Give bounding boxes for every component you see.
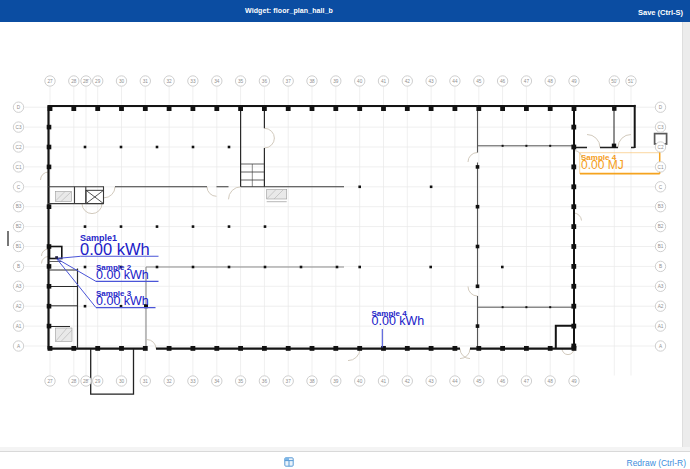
left-scroll-mark[interactable] [7,231,9,246]
annotation-sample4-mj[interactable]: Sample 4 0.00 MJ [581,154,616,162]
svg-text:36: 36 [262,379,268,384]
svg-text:48: 48 [548,79,554,84]
svg-text:B1: B1 [658,244,664,249]
svg-text:B3: B3 [658,204,664,209]
svg-text:B2: B2 [16,224,22,229]
svg-text:C1: C1 [658,165,664,170]
svg-text:C3: C3 [16,125,22,130]
svg-text:45: 45 [476,379,482,384]
annotation-sample4-kwh[interactable]: Sample 4 0.00 kWh [372,310,407,318]
svg-text:47: 47 [524,79,530,84]
svg-text:40: 40 [357,79,363,84]
svg-text:33: 33 [190,379,196,384]
svg-text:A1: A1 [658,324,664,329]
svg-text:A1: A1 [16,324,22,329]
svg-text:A2: A2 [16,304,22,309]
svg-text:42: 42 [405,79,411,84]
widget-title: Widget: floor_plan_hall_b [245,7,333,14]
svg-text:47: 47 [524,379,530,384]
svg-text:46: 46 [500,79,506,84]
svg-text:28: 28 [71,79,77,84]
svg-text:A3: A3 [658,284,664,289]
svg-text:41: 41 [381,79,387,84]
save-button[interactable]: Save (Ctrl-S) [638,8,683,17]
svg-text:34: 34 [214,379,220,384]
svg-text:49: 49 [571,379,577,384]
floor-plan-canvas[interactable]: 272828'293031323334353637383940414243444… [0,22,690,451]
annotation-sample3[interactable]: Sample 3 0.00 kWh [96,290,131,298]
svg-text:39: 39 [333,79,339,84]
svg-text:37: 37 [286,79,292,84]
annotation-sample1[interactable]: Sample1 0.00 kWh [80,234,117,243]
svg-text:48: 48 [548,379,554,384]
svg-text:C2: C2 [16,145,22,150]
svg-text:46: 46 [500,379,506,384]
svg-text:29: 29 [95,79,101,84]
svg-text:B: B [17,264,20,269]
svg-text:28': 28' [83,379,89,384]
svg-text:35: 35 [238,379,244,384]
svg-text:B: B [659,264,662,269]
svg-text:A3: A3 [16,284,22,289]
svg-text:42: 42 [405,379,411,384]
svg-text:C2: C2 [658,145,664,150]
svg-text:B2: B2 [658,224,664,229]
svg-text:50': 50' [611,79,617,84]
svg-text:31: 31 [143,79,149,84]
svg-text:32: 32 [166,379,172,384]
equipment-hatch-boxes [56,190,287,342]
svg-text:A2: A2 [658,304,664,309]
redraw-button[interactable]: Redraw (Ctrl-R) [627,458,687,468]
svg-text:31: 31 [143,379,149,384]
svg-text:37: 37 [286,379,292,384]
svg-text:27: 27 [47,79,53,84]
svg-text:43: 43 [428,379,434,384]
svg-text:32: 32 [166,79,172,84]
svg-text:49: 49 [571,79,577,84]
vertical-scrollbar[interactable] [682,22,690,451]
svg-text:B3: B3 [16,204,22,209]
svg-text:34: 34 [214,79,220,84]
svg-text:30: 30 [119,79,125,84]
svg-text:28': 28' [83,79,89,84]
svg-text:C3: C3 [658,125,664,130]
svg-text:41: 41 [381,379,387,384]
svg-text:29: 29 [95,379,101,384]
structural-columns [47,106,617,351]
svg-text:38: 38 [309,79,315,84]
svg-text:40: 40 [357,379,363,384]
svg-text:43: 43 [428,79,434,84]
svg-text:28: 28 [71,379,77,384]
footer-bar: Redraw (Ctrl-R) [0,451,690,469]
svg-text:45: 45 [476,79,482,84]
widget-title-bar: Widget: floor_plan_hall_b Save (Ctrl-S) [0,0,690,22]
svg-text:C1: C1 [16,165,22,170]
svg-text:51': 51' [628,79,634,84]
svg-text:38: 38 [309,379,315,384]
svg-text:30: 30 [119,379,125,384]
svg-text:39: 39 [333,379,339,384]
svg-text:B1: B1 [16,244,22,249]
svg-text:35: 35 [238,79,244,84]
svg-text:44: 44 [452,379,458,384]
annotation-sample2[interactable]: Sample 2 0.00 kWh [96,264,131,272]
svg-text:33: 33 [190,79,196,84]
svg-text:44: 44 [452,79,458,84]
grid-axis-bubbles: 272828'293031323334353637383940414243444… [13,76,665,386]
svg-text:36: 36 [262,79,268,84]
grid-view-icon[interactable] [284,457,294,467]
svg-text:27: 27 [47,379,53,384]
